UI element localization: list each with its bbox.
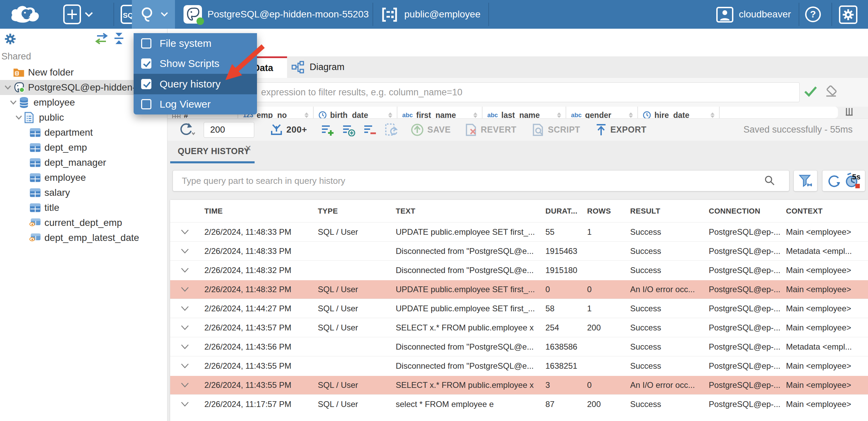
schema-name[interactable]: public@employee (404, 0, 480, 29)
query-history-row[interactable]: 2/26/2024, 11:48:32 PMSQL / UserUPDATE p… (170, 280, 868, 299)
sort-icon[interactable] (709, 112, 716, 118)
expand-chevron-icon[interactable] (170, 306, 202, 311)
tree-item-employee[interactable]: employee (0, 170, 167, 185)
qh-column-header-result[interactable]: RESULT (627, 207, 706, 216)
qh-column-header-context[interactable]: CONTEXT (783, 207, 868, 216)
new-connection-button[interactable] (63, 4, 96, 24)
query-history-row[interactable]: 2/26/2024, 11:43:57 PMSQL / UserSELECT x… (170, 318, 868, 337)
checkbox-icon[interactable] (141, 99, 151, 109)
grid-column-header-birth_date[interactable]: birth_date (314, 107, 397, 118)
chevron-down-icon[interactable] (19, 190, 29, 195)
tools-menu-item-file-system[interactable]: File system (134, 33, 257, 54)
expand-chevron-icon[interactable] (170, 248, 202, 254)
expand-chevron-icon[interactable] (170, 382, 202, 388)
tools-menu-button[interactable] (132, 0, 175, 29)
query-history-search-input[interactable] (173, 170, 789, 191)
collapse-all-icon[interactable] (113, 31, 125, 46)
checkbox-icon[interactable] (141, 58, 151, 69)
qh-column-header-connection[interactable]: CONNECTION (706, 207, 783, 216)
grid-column-header-gender[interactable]: abcgender (566, 107, 638, 118)
filter-expression-input[interactable] (170, 82, 800, 102)
sidebar-settings-gear-icon[interactable] (3, 32, 17, 46)
query-history-row[interactable]: 2/26/2024, 11:43:55 PMSQL / UserSELECT x… (170, 375, 868, 394)
qh-column-header-type[interactable]: TYPE (315, 207, 393, 216)
sync-connections-icon[interactable] (94, 33, 109, 44)
chevron-down-icon[interactable] (8, 100, 18, 105)
tab-diagram[interactable]: Diagram (287, 56, 362, 78)
chevron-down-icon[interactable] (19, 175, 29, 180)
tools-menu-item-log-viewer[interactable]: Log Viewer (134, 94, 257, 115)
save-button[interactable]: SAVE (410, 123, 451, 137)
delete-row-icon[interactable] (363, 123, 377, 136)
query-history-filter-button[interactable] (794, 170, 817, 191)
grid-columns-icon[interactable] (845, 107, 854, 118)
close-icon[interactable]: ✕ (245, 144, 252, 153)
sort-icon[interactable] (628, 112, 634, 118)
qh-column-header-time[interactable]: TIME (202, 207, 315, 216)
expand-chevron-icon[interactable] (170, 344, 202, 350)
user-name[interactable]: cloudbeaver (739, 0, 791, 29)
chevron-down-icon[interactable] (3, 85, 13, 90)
query-history-refresh-button[interactable]: 5s (822, 170, 865, 191)
query-history-row[interactable]: 2/26/2024, 11:43:56 PMDisconnected from … (170, 337, 868, 356)
fetch-more-button[interactable]: 200+ (270, 123, 307, 136)
sort-icon[interactable] (472, 112, 478, 118)
expand-chevron-icon[interactable] (170, 325, 202, 330)
tree-item-title[interactable]: title (0, 200, 167, 215)
expand-chevron-icon[interactable] (170, 229, 202, 235)
tree-item-dept-manager[interactable]: dept_manager (0, 155, 167, 170)
chevron-down-icon[interactable] (19, 130, 29, 135)
apply-filter-check-icon[interactable] (804, 85, 817, 97)
chevron-down-icon[interactable] (14, 115, 24, 120)
tree-item-department[interactable]: department (0, 125, 167, 140)
query-history-row[interactable]: 2/26/2024, 11:44:27 PMSQL / UserUPDATE p… (170, 299, 868, 318)
grid-column-header-first_name[interactable]: abcfirst_name (397, 107, 483, 118)
sort-icon[interactable] (387, 112, 393, 118)
tree-item-current-dept-emp[interactable]: current_dept_emp (0, 215, 167, 230)
qh-column-header-rows[interactable]: ROWS (584, 207, 627, 216)
chevron-down-icon[interactable] (19, 205, 29, 210)
sort-icon[interactable] (556, 112, 562, 118)
help-icon[interactable]: ? (804, 6, 822, 23)
query-history-row[interactable]: 2/26/2024, 11:48:32 PMDisconnected from … (170, 260, 868, 280)
query-history-tab[interactable]: QUERY HISTORY ✕ (170, 141, 255, 163)
chevron-down-icon[interactable] (19, 235, 29, 240)
grid-column-header-hire_date[interactable]: hire_date (638, 107, 720, 118)
duplicate-row-icon[interactable] (342, 123, 356, 136)
expand-chevron-icon[interactable] (170, 402, 202, 407)
tools-menu-item-query-history[interactable]: Query history (134, 74, 257, 94)
qh-column-header-durat[interactable]: DURAT... (543, 207, 584, 216)
export-button[interactable]: EXPORT (595, 123, 647, 137)
row-limit-input[interactable] (204, 122, 254, 138)
revert-button[interactable]: REVERT (464, 123, 516, 137)
chevron-down-icon[interactable] (3, 70, 13, 75)
checkbox-icon[interactable] (141, 79, 151, 89)
tree-item-salary[interactable]: salary (0, 185, 167, 200)
query-history-panel: QUERY HISTORY ✕ (167, 141, 868, 421)
auto-refresh-icon[interactable] (384, 123, 398, 137)
add-row-icon[interactable] (321, 123, 335, 136)
query-history-row[interactable]: 2/26/2024, 11:48:33 PMSQL / UserUPDATE p… (170, 222, 868, 241)
tree-item-dept-emp-latest-date[interactable]: dept_emp_latest_date (0, 230, 167, 245)
sort-icon[interactable] (303, 112, 310, 118)
connection-name[interactable]: PostgreSQL@ep-hidden-moon-55203 (207, 0, 369, 29)
chevron-down-icon[interactable] (19, 160, 29, 165)
grid-column-header-last_name[interactable]: abclast_name (483, 107, 566, 118)
clear-filter-eraser-icon[interactable] (824, 85, 838, 98)
query-history-row[interactable]: 2/26/2024, 11:43:55 PMDisconnected from … (170, 356, 868, 375)
expand-chevron-icon[interactable] (170, 268, 202, 273)
user-icon[interactable] (716, 7, 733, 23)
query-history-row[interactable]: 2/26/2024, 11:17:57 PMSQL / Userselect *… (170, 394, 868, 413)
script-button[interactable]: SCRIPT (531, 123, 580, 137)
chevron-down-icon[interactable] (19, 220, 29, 225)
tools-menu-item-show-scripts[interactable]: Show Scripts (134, 54, 257, 74)
expand-chevron-icon[interactable] (170, 287, 202, 292)
expand-chevron-icon[interactable] (170, 363, 202, 369)
checkbox-icon[interactable] (141, 38, 151, 49)
chevron-down-icon[interactable] (19, 145, 29, 150)
refresh-icon[interactable] (178, 122, 195, 137)
settings-gear-icon[interactable] (839, 5, 857, 24)
query-history-row[interactable]: 2/26/2024, 11:48:33 PMDisconnected from … (170, 241, 868, 260)
tree-item-dept-emp[interactable]: dept_emp (0, 140, 167, 155)
qh-column-header-text[interactable]: TEXT (393, 207, 543, 216)
